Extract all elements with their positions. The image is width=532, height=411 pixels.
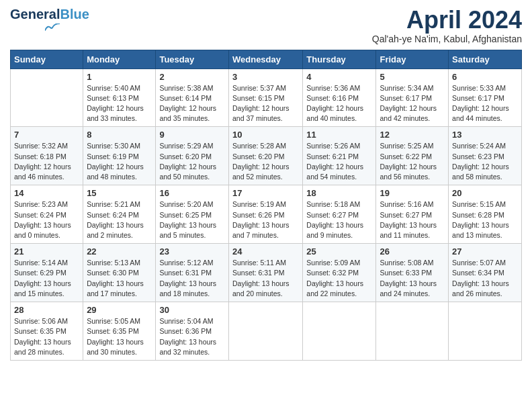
day-number: 30 — [159, 305, 225, 315]
calendar-cell: 28Sunrise: 5:06 AMSunset: 6:35 PMDayligh… — [11, 302, 83, 361]
day-number: 20 — [452, 188, 518, 198]
day-number: 22 — [87, 246, 152, 257]
day-info: Sunrise: 5:33 AMSunset: 6:17 PMDaylight:… — [452, 83, 518, 124]
calendar-cell: 12Sunrise: 5:25 AMSunset: 6:22 PMDayligh… — [376, 127, 449, 185]
calendar-cell: 8Sunrise: 5:30 AMSunset: 6:19 PMDaylight… — [83, 127, 156, 185]
calendar-cell: 14Sunrise: 5:23 AMSunset: 6:24 PMDayligh… — [11, 185, 83, 244]
calendar-cell: 18Sunrise: 5:18 AMSunset: 6:27 PMDayligh… — [303, 185, 376, 244]
day-number: 12 — [380, 130, 445, 140]
calendar-cell — [303, 302, 376, 361]
calendar-cell: 22Sunrise: 5:13 AMSunset: 6:30 PMDayligh… — [83, 244, 156, 302]
month-title: April 2024 — [372, 7, 522, 34]
day-info: Sunrise: 5:21 AMSunset: 6:24 PMDaylight:… — [87, 199, 152, 240]
calendar-cell: 5Sunrise: 5:34 AMSunset: 6:17 PMDaylight… — [376, 68, 449, 127]
logo-blue: Blue — [60, 7, 89, 21]
calendar-cell: 15Sunrise: 5:21 AMSunset: 6:24 PMDayligh… — [83, 185, 156, 244]
day-info: Sunrise: 5:08 AMSunset: 6:33 PMDaylight:… — [380, 258, 445, 299]
day-info: Sunrise: 5:04 AMSunset: 6:36 PMDaylight:… — [159, 316, 225, 357]
logo: GeneralBlue — [10, 7, 89, 32]
calendar-cell: 7Sunrise: 5:32 AMSunset: 6:18 PMDaylight… — [11, 127, 83, 185]
calendar-cell: 11Sunrise: 5:26 AMSunset: 6:21 PMDayligh… — [303, 127, 376, 185]
day-info: Sunrise: 5:20 AMSunset: 6:25 PMDaylight:… — [159, 199, 225, 240]
day-number: 19 — [380, 188, 445, 198]
day-info: Sunrise: 5:12 AMSunset: 6:31 PMDaylight:… — [159, 258, 225, 299]
weekday-header-saturday: Saturday — [449, 50, 522, 68]
day-info: Sunrise: 5:28 AMSunset: 6:20 PMDaylight:… — [232, 141, 299, 182]
day-info: Sunrise: 5:24 AMSunset: 6:23 PMDaylight:… — [452, 141, 518, 182]
calendar-cell — [449, 302, 522, 361]
day-number: 23 — [159, 246, 225, 257]
day-info: Sunrise: 5:32 AMSunset: 6:18 PMDaylight:… — [14, 141, 79, 182]
day-info: Sunrise: 5:36 AMSunset: 6:16 PMDaylight:… — [306, 83, 372, 124]
day-info: Sunrise: 5:11 AMSunset: 6:31 PMDaylight:… — [232, 258, 299, 299]
calendar-cell: 19Sunrise: 5:16 AMSunset: 6:27 PMDayligh… — [376, 185, 449, 244]
calendar-cell: 29Sunrise: 5:05 AMSunset: 6:35 PMDayligh… — [83, 302, 156, 361]
day-number: 29 — [87, 305, 152, 315]
weekday-header-wednesday: Wednesday — [228, 50, 302, 68]
day-number: 18 — [306, 188, 372, 198]
weekday-header-friday: Friday — [376, 50, 449, 68]
calendar-cell: 16Sunrise: 5:20 AMSunset: 6:25 PMDayligh… — [156, 185, 229, 244]
day-number: 8 — [87, 130, 152, 140]
day-info: Sunrise: 5:16 AMSunset: 6:27 PMDaylight:… — [380, 199, 445, 240]
calendar-cell: 23Sunrise: 5:12 AMSunset: 6:31 PMDayligh… — [156, 244, 229, 302]
day-number: 27 — [452, 246, 518, 257]
calendar-week-1: 1Sunrise: 5:40 AMSunset: 6:13 PMDaylight… — [11, 68, 522, 127]
calendar-week-4: 21Sunrise: 5:14 AMSunset: 6:29 PMDayligh… — [11, 244, 522, 302]
day-info: Sunrise: 5:15 AMSunset: 6:28 PMDaylight:… — [452, 199, 518, 240]
calendar-cell: 1Sunrise: 5:40 AMSunset: 6:13 PMDaylight… — [83, 68, 156, 127]
day-number: 9 — [159, 130, 225, 140]
day-info: Sunrise: 5:19 AMSunset: 6:26 PMDaylight:… — [232, 199, 299, 240]
day-number: 7 — [14, 130, 79, 140]
weekday-header-sunday: Sunday — [11, 50, 83, 68]
day-number: 1 — [87, 72, 152, 82]
calendar-cell: 3Sunrise: 5:37 AMSunset: 6:15 PMDaylight… — [228, 68, 302, 127]
calendar-cell — [228, 302, 302, 361]
day-number: 11 — [306, 130, 372, 140]
day-number: 6 — [452, 72, 518, 82]
calendar-cell: 20Sunrise: 5:15 AMSunset: 6:28 PMDayligh… — [449, 185, 522, 244]
calendar-cell: 2Sunrise: 5:38 AMSunset: 6:14 PMDaylight… — [156, 68, 229, 127]
title-section: April 2024 Qal'ah-ye Na'im, Kabul, Afgha… — [372, 7, 522, 44]
day-info: Sunrise: 5:09 AMSunset: 6:32 PMDaylight:… — [306, 258, 372, 299]
day-info: Sunrise: 5:07 AMSunset: 6:34 PMDaylight:… — [452, 258, 518, 299]
calendar-table: SundayMondayTuesdayWednesdayThursdayFrid… — [10, 50, 522, 361]
calendar-cell: 10Sunrise: 5:28 AMSunset: 6:20 PMDayligh… — [228, 127, 302, 185]
day-info: Sunrise: 5:30 AMSunset: 6:19 PMDaylight:… — [87, 141, 152, 182]
calendar-cell: 17Sunrise: 5:19 AMSunset: 6:26 PMDayligh… — [228, 185, 302, 244]
calendar-cell: 9Sunrise: 5:29 AMSunset: 6:20 PMDaylight… — [156, 127, 229, 185]
day-info: Sunrise: 5:25 AMSunset: 6:22 PMDaylight:… — [380, 141, 445, 182]
calendar-cell — [11, 68, 83, 127]
day-info: Sunrise: 5:26 AMSunset: 6:21 PMDaylight:… — [306, 141, 372, 182]
day-info: Sunrise: 5:18 AMSunset: 6:27 PMDaylight:… — [306, 199, 372, 240]
day-number: 28 — [14, 305, 79, 315]
weekday-header-thursday: Thursday — [303, 50, 376, 68]
day-info: Sunrise: 5:40 AMSunset: 6:13 PMDaylight:… — [87, 83, 152, 124]
calendar-week-3: 14Sunrise: 5:23 AMSunset: 6:24 PMDayligh… — [11, 185, 522, 244]
day-number: 3 — [232, 72, 299, 82]
calendar-cell: 4Sunrise: 5:36 AMSunset: 6:16 PMDaylight… — [303, 68, 376, 127]
location-subtitle: Qal'ah-ye Na'im, Kabul, Afghanistan — [372, 34, 522, 44]
day-info: Sunrise: 5:34 AMSunset: 6:17 PMDaylight:… — [380, 83, 445, 124]
calendar-cell: 27Sunrise: 5:07 AMSunset: 6:34 PMDayligh… — [449, 244, 522, 302]
day-info: Sunrise: 5:29 AMSunset: 6:20 PMDaylight:… — [159, 141, 225, 182]
calendar-header-row: SundayMondayTuesdayWednesdayThursdayFrid… — [11, 50, 522, 68]
calendar-week-2: 7Sunrise: 5:32 AMSunset: 6:18 PMDaylight… — [11, 127, 522, 185]
day-number: 15 — [87, 188, 152, 198]
day-number: 2 — [159, 72, 225, 82]
day-info: Sunrise: 5:06 AMSunset: 6:35 PMDaylight:… — [14, 316, 79, 357]
calendar-cell: 26Sunrise: 5:08 AMSunset: 6:33 PMDayligh… — [376, 244, 449, 302]
page-header: GeneralBlue April 2024 Qal'ah-ye Na'im, … — [10, 7, 522, 44]
day-info: Sunrise: 5:37 AMSunset: 6:15 PMDaylight:… — [232, 83, 299, 124]
day-number: 10 — [232, 130, 299, 140]
calendar-cell: 30Sunrise: 5:04 AMSunset: 6:36 PMDayligh… — [156, 302, 229, 361]
calendar-cell: 21Sunrise: 5:14 AMSunset: 6:29 PMDayligh… — [11, 244, 83, 302]
day-number: 17 — [232, 188, 299, 198]
day-number: 14 — [14, 188, 79, 198]
calendar-cell — [376, 302, 449, 361]
day-info: Sunrise: 5:38 AMSunset: 6:14 PMDaylight:… — [159, 83, 225, 124]
calendar-cell: 6Sunrise: 5:33 AMSunset: 6:17 PMDaylight… — [449, 68, 522, 127]
day-number: 16 — [159, 188, 225, 198]
calendar-week-5: 28Sunrise: 5:06 AMSunset: 6:35 PMDayligh… — [11, 302, 522, 361]
day-info: Sunrise: 5:23 AMSunset: 6:24 PMDaylight:… — [14, 199, 79, 240]
